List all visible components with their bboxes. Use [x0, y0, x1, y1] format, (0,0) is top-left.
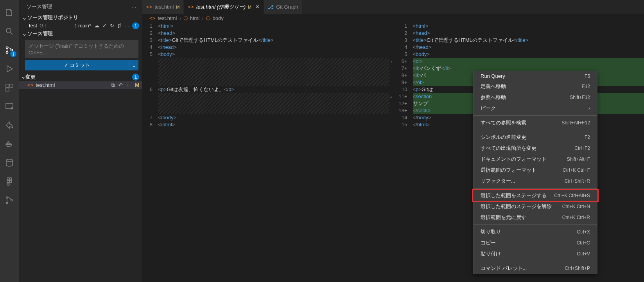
svg-point-2: [6, 52, 8, 54]
tree-icon[interactable]: ⇵: [117, 23, 122, 29]
menu-item[interactable]: 選択した範囲をステージするCtrl+K Ctrl+Alt+S: [474, 190, 597, 201]
section-repo[interactable]: ⌄ソース管理リポジトリ: [19, 13, 142, 22]
menu-item[interactable]: 選択した範囲のステージを解除Ctrl+K Ctrl+N: [474, 201, 597, 212]
cloud-icon[interactable]: ☁: [94, 23, 99, 29]
menu-item[interactable]: シンボルの名前変更F2: [474, 132, 597, 143]
sidebar-title: ソース管理: [27, 3, 52, 10]
commit-message-input[interactable]: メッセージ ("main" でコミットするためのCtrl+E...: [25, 40, 138, 58]
svg-rect-14: [7, 178, 9, 180]
tab[interactable]: <>test.htmlM: [142, 0, 184, 14]
sidebar: ソース管理 ··· ⌄ソース管理リポジトリ test Git ᚶ main* ☁…: [19, 0, 142, 282]
db-icon[interactable]: [0, 153, 19, 172]
docker-icon[interactable]: [0, 135, 19, 153]
repo-type: Git: [39, 23, 46, 29]
tab-bar: <>test.htmlM<>test.html (作業ツリー)M✕⎇Git Gr…: [142, 0, 644, 14]
git-graph-icon[interactable]: [0, 191, 19, 210]
svg-point-1: [6, 47, 8, 49]
html-file-icon: <>: [27, 82, 33, 88]
menu-item[interactable]: リファクター...Ctrl+Shift+R: [474, 176, 597, 187]
menu-item[interactable]: コピーCtrl+C: [474, 237, 597, 248]
menu-item[interactable]: すべての出現箇所を変更Ctrl+F2: [474, 143, 597, 154]
menu-item[interactable]: 切り取りCtrl+X: [474, 226, 597, 237]
menu-item[interactable]: 定義へ移動F12: [474, 81, 597, 92]
diff-left-pane[interactable]: 12345678<html> <head> <title>Gitで管理するHTM…: [142, 23, 389, 282]
check-icon[interactable]: ✓: [102, 23, 107, 29]
menu-item[interactable]: コマンド パレット...Ctrl+Shift+P: [474, 263, 597, 274]
search-icon[interactable]: [0, 22, 19, 41]
changes-badge: 1: [132, 74, 139, 81]
tab[interactable]: <>test.html (作業ツリー)M✕: [184, 0, 264, 14]
svg-rect-12: [8, 142, 9, 143]
menu-item[interactable]: ドキュメントのフォーマットShift+Alt+F: [474, 154, 597, 165]
menu-item[interactable]: 参照へ移動Shift+F12: [474, 92, 597, 103]
diff-gutter-center: → →: [389, 23, 397, 282]
stage-icon[interactable]: +: [127, 82, 130, 88]
menu-item[interactable]: ピーク›: [474, 103, 597, 114]
discard-icon[interactable]: ↶: [118, 82, 123, 88]
open-file-icon[interactable]: ⧉: [111, 82, 115, 88]
refresh-icon[interactable]: ↻: [110, 23, 114, 29]
changed-file-row[interactable]: <> test.html ⧉ ↶ + M: [19, 81, 142, 89]
svg-rect-5: [10, 84, 13, 87]
extensions-icon[interactable]: [0, 78, 19, 97]
menu-item[interactable]: 選択範囲を元に戻すCtrl+K Ctrl+R: [474, 212, 597, 223]
context-menu: Run QueryF5定義へ移動F12参照へ移動Shift+F12ピーク›すべて…: [473, 71, 597, 274]
remote-icon[interactable]: [0, 97, 19, 116]
branch-icon[interactable]: ᚶ main*: [74, 23, 91, 29]
svg-rect-16: [7, 180, 9, 183]
menu-item[interactable]: 貼り付けCtrl+V: [474, 248, 597, 259]
svg-rect-6: [6, 88, 9, 91]
svg-point-13: [6, 159, 13, 162]
more-icon[interactable]: ···: [132, 4, 136, 10]
svg-point-20: [6, 202, 8, 204]
svg-point-17: [9, 180, 12, 183]
sidebar-header: ソース管理 ···: [19, 0, 142, 13]
file-name: test.html: [36, 82, 55, 88]
breadcrumb[interactable]: <>test.html›⬡html›⬡body: [142, 14, 644, 23]
figma-icon[interactable]: [0, 172, 19, 191]
repo-name: test: [29, 23, 37, 29]
activity-bar: 1: [0, 0, 19, 282]
commit-button[interactable]: ✓ コミット: [25, 60, 129, 70]
svg-point-0: [6, 28, 11, 33]
share-icon[interactable]: [0, 116, 19, 135]
arrow-icon: →: [388, 59, 393, 65]
section-changes[interactable]: ⌄変更 1: [19, 73, 142, 81]
run-icon[interactable]: [0, 59, 19, 78]
svg-rect-18: [7, 183, 9, 185]
svg-rect-4: [6, 84, 9, 87]
tab[interactable]: ⎇Git Graph: [264, 0, 302, 14]
repo-badge: 1: [132, 22, 139, 29]
svg-point-19: [6, 197, 8, 198]
more-icon-2[interactable]: ···: [125, 23, 129, 29]
scm-icon[interactable]: 1: [0, 41, 19, 59]
file-status: M: [135, 82, 139, 88]
files-icon[interactable]: [0, 3, 19, 22]
menu-item[interactable]: すべての参照を検索Shift+Alt+F12: [474, 117, 597, 128]
section-scm[interactable]: ⌄ソース管理: [19, 29, 142, 38]
scm-badge: 1: [10, 51, 16, 57]
svg-rect-15: [9, 178, 12, 180]
menu-item[interactable]: 選択範囲のフォーマットCtrl+K Ctrl+F: [474, 165, 597, 176]
repo-row[interactable]: test Git ᚶ main* ☁ ✓ ↻ ⇵ ··· 1: [19, 22, 142, 29]
menu-item[interactable]: Run QueryF5: [474, 71, 597, 81]
arrow-icon: →: [388, 94, 393, 100]
commit-dropdown[interactable]: ⌄: [129, 60, 138, 70]
close-icon[interactable]: ✕: [255, 4, 260, 10]
